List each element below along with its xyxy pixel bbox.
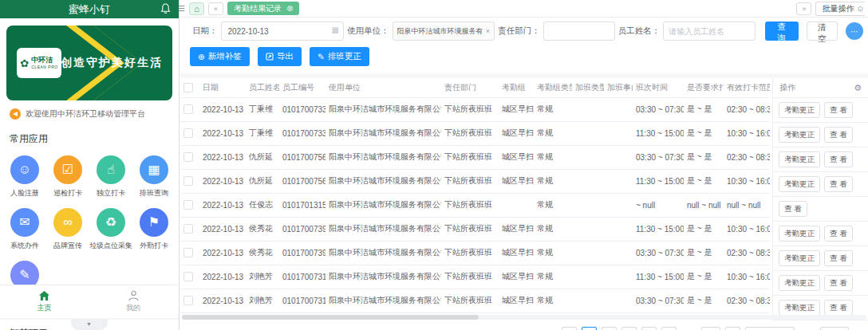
view-button[interactable]: 查 看 — [824, 226, 853, 242]
row-checkbox[interactable] — [183, 272, 193, 281]
home-button[interactable]: ⌂ — [189, 2, 204, 15]
app-shortcut[interactable]: ✉ 系统办件 — [3, 208, 46, 251]
page-number[interactable]: 4 — [641, 327, 657, 330]
cell-group: 城区早扫 — [499, 289, 534, 312]
cell-punch-range: 02:30 ~ 08:30 — [724, 289, 770, 312]
next-page-button[interactable]: › — [725, 327, 740, 330]
clear-button[interactable]: 清 空 — [807, 22, 838, 41]
calendar-icon[interactable]: ▦ — [332, 26, 339, 34]
app-shortcut[interactable]: ▦ 排班查询 — [132, 155, 176, 198]
row-checkbox[interactable] — [183, 128, 193, 138]
remove-tag-icon[interactable]: × — [486, 27, 490, 35]
dept-input[interactable] — [543, 22, 615, 41]
app-shortcut[interactable]: ☑ 巡检打卡 — [46, 155, 89, 198]
app-label: 排班查询 — [140, 188, 168, 198]
search-button[interactable]: 查 询 — [765, 22, 798, 41]
batch-label: 批量操作 — [822, 3, 854, 14]
cell-date: 2022-10-13 — [199, 265, 246, 289]
app-shortcut[interactable]: ♻ 垃圾点位采集 — [89, 208, 132, 251]
view-button[interactable]: 查 看 — [824, 127, 853, 143]
app-label: 巡检打卡 — [53, 188, 82, 198]
page-size-select[interactable]: 10 条/页 ∨ — [745, 327, 795, 330]
jump-page-input[interactable] — [820, 327, 849, 330]
collapse-tabs-button[interactable]: « — [208, 2, 223, 15]
attendance-correct-button[interactable]: 考勤更正 — [779, 127, 820, 143]
attendance-correct-button[interactable]: 考勤更正 — [779, 102, 820, 118]
attendance-correct-button[interactable]: 考勤更正 — [779, 300, 820, 316]
collapse-pull-tab[interactable]: ▼ — [71, 319, 108, 330]
view-button[interactable]: 查 看 — [824, 151, 853, 167]
row-checkbox[interactable] — [183, 176, 193, 186]
row-checkbox-cell — [180, 241, 199, 265]
view-button[interactable]: 查 看 — [824, 250, 853, 266]
notification-bell-icon[interactable] — [160, 3, 171, 17]
view-button[interactable]: 查 看 — [824, 275, 853, 291]
attendance-correct-button[interactable]: 考勤更正 — [779, 250, 820, 266]
app-shortcut[interactable]: ⚑ 外勤打卡 — [132, 208, 176, 251]
gear-icon[interactable]: ⚙ — [854, 83, 862, 93]
attendance-correct-button[interactable]: 考勤更正 — [779, 176, 820, 192]
attendance-correct-button[interactable]: 考勤更正 — [779, 151, 820, 167]
view-button[interactable]: 查 看 — [824, 102, 853, 118]
attendance-correct-button[interactable]: 考勤更正 — [779, 275, 820, 291]
row-checkbox[interactable] — [183, 104, 193, 114]
tabbar-home[interactable]: 主页 — [0, 290, 89, 313]
tab-attendance-results[interactable]: 考勤结果记录 ⊗ — [227, 2, 299, 15]
cell-group — [499, 193, 534, 217]
column-header: 使用单位 — [326, 78, 441, 97]
view-button[interactable]: 查 看 — [779, 201, 807, 217]
view-button[interactable]: 查 看 — [824, 176, 853, 192]
tab-close-icon[interactable]: ⊗ — [286, 4, 293, 13]
cell-punch-range: 02:30 ~ 08:30 — [724, 241, 770, 265]
cell-group-type: 常规 — [534, 193, 572, 217]
date-input[interactable] — [221, 22, 345, 41]
window-topbar: ☰ ⌂ « 考勤结果记录 ⊗ » 批量操作 ⊙ — [180, 0, 868, 18]
row-checkbox[interactable] — [183, 152, 193, 162]
export-button[interactable]: 导出 — [258, 47, 302, 66]
app-label: 垃圾点位采集 — [89, 241, 132, 251]
cell-employee-no: 0101700756 — [279, 145, 326, 169]
menu-icon[interactable]: ☰ — [178, 4, 185, 13]
page-number[interactable]: 5 — [661, 327, 677, 330]
select-all-checkbox[interactable] — [183, 83, 193, 92]
prev-page-button[interactable]: ‹ — [562, 327, 577, 330]
row-checkbox[interactable] — [183, 200, 193, 210]
batch-operations-button[interactable]: 批量操作 ⊙ — [815, 2, 865, 16]
cell-date: 2022-10-13 — [199, 289, 246, 312]
tabbar-mine[interactable]: 我的 — [89, 290, 179, 313]
cell-shift-time: 03:30 ~ 07:30 — [633, 97, 684, 121]
app-shortcut[interactable]: ∞ 品牌宣传 — [46, 208, 89, 251]
page-number[interactable]: 149 — [701, 327, 721, 330]
add-supplement-button[interactable]: ⊕ 新增补签 — [190, 47, 250, 66]
column-header: 员工编号 — [279, 78, 326, 97]
attendance-correct-button[interactable]: 考勤更正 — [779, 226, 820, 242]
schedule-correct-button[interactable]: ✎ 排班更正 — [310, 47, 369, 66]
cell-overtime-reason — [604, 97, 633, 121]
expand-tabs-button[interactable]: » — [796, 2, 811, 15]
row-checkbox[interactable] — [183, 224, 193, 234]
table-scroll-area[interactable]: 日期 员工姓名 员工编号 使用单位 责任部门 考勤组 考勤组类型 — [180, 78, 772, 313]
cell-dept: 下站所夜班班 — [441, 217, 499, 241]
employee-name-input[interactable] — [663, 22, 756, 41]
page-number[interactable]: ··· — [681, 327, 696, 330]
page-number[interactable]: 3 — [621, 327, 637, 330]
row-checkbox[interactable] — [183, 248, 193, 257]
horizontal-scrollbar-thumb[interactable] — [182, 315, 479, 320]
mobile-app-panel: 蜜蜂小钉 ✿ 中环洁 CLEAN PRO 创造守护美好生活 欢迎使用中环洁环卫移… — [0, 0, 180, 330]
row-checkbox[interactable] — [183, 296, 193, 305]
app-shortcut[interactable]: ☺ 人脸注册 — [3, 155, 46, 198]
section-common-apps: 常用应用 — [0, 124, 179, 151]
floating-more-button[interactable]: ⋯ — [846, 22, 863, 40]
app-icon: ▦ — [140, 155, 168, 184]
app-shortcut[interactable]: ☝ 独立打卡 — [89, 155, 132, 198]
app-title: 蜜蜂小钉 — [69, 2, 110, 17]
cell-require-punch: 是 ~ 是 — [684, 145, 724, 169]
pencil-icon: ✎ — [318, 52, 325, 61]
page-number[interactable]: 1 — [582, 327, 597, 330]
view-button[interactable]: 查 看 — [824, 300, 853, 316]
unit-select[interactable]: 阳泉中环洁城市环境服务有限公司 × — [393, 22, 495, 41]
operations-row: 考勤更正 查 看 — [773, 222, 868, 246]
page-number[interactable]: 2 — [602, 327, 617, 330]
cell-punch-range: null ~ null — [724, 193, 770, 217]
table-row: 2022-10-13 丁秉维 0101700733 阳泉中环洁城市环境服务有限公… — [180, 121, 770, 145]
